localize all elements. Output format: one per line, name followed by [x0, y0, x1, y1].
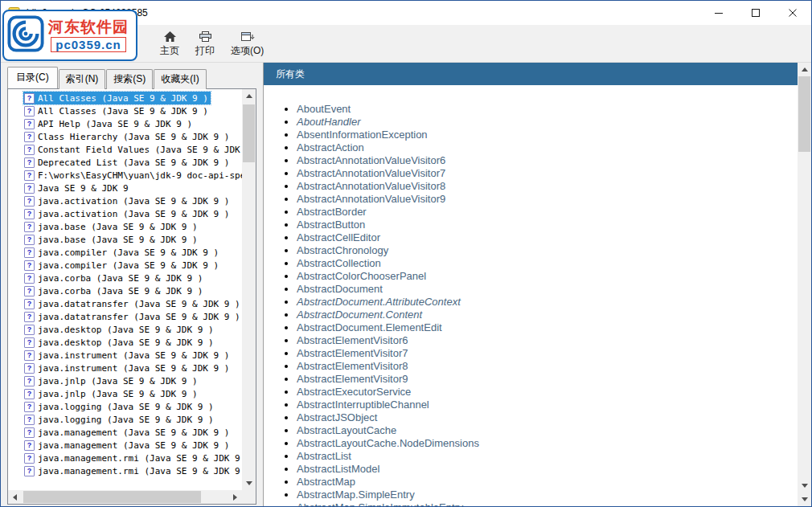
tree-item[interactable]: ?java.corba (Java SE 9 & JDK 9 ): [23, 284, 242, 297]
class-list-item: AbstractListModel: [297, 463, 798, 476]
tree-item[interactable]: ?java.activation (Java SE 9 & JDK 9 ): [23, 194, 242, 207]
topic-page-icon: ?: [24, 389, 35, 399]
tree-item[interactable]: ?java.datatransfer (Java SE 9 & JDK 9 ): [23, 297, 242, 310]
class-link[interactable]: AbsentInformationException: [297, 129, 428, 141]
tree-item[interactable]: ?java.base (Java SE 9 & JDK 9 ): [23, 220, 242, 233]
tab-favorites[interactable]: 收藏夹(I): [154, 69, 206, 89]
class-link[interactable]: AbstractCellEditor: [297, 231, 380, 243]
class-link[interactable]: AbstractElementVisitor8: [297, 360, 408, 372]
tree-item[interactable]: ?Java SE 9 & JDK 9: [23, 182, 242, 194]
tree-hscroll-track[interactable]: [22, 490, 228, 504]
class-link[interactable]: AbstractAnnotationValueVisitor7: [297, 167, 445, 179]
tree-item-label: java.desktop (Java SE 9 & JDK 9 ): [38, 337, 214, 348]
class-link[interactable]: AbstractAnnotationValueVisitor9: [297, 193, 445, 205]
tree-item[interactable]: ?All Classes (Java SE 9 & JDK 9 ): [23, 104, 242, 117]
class-link[interactable]: AbstractLayoutCache.NodeDimensions: [297, 437, 479, 449]
topic-page-icon: ?: [24, 350, 35, 361]
tree-item[interactable]: ?java.compiler (Java SE 9 & JDK 9 ): [23, 259, 242, 272]
tree-item[interactable]: ?java.desktop (Java SE 9 & JDK 9 ): [23, 323, 242, 336]
minimize-button[interactable]: [700, 1, 737, 25]
content-scroll-down-button[interactable]: [798, 479, 811, 493]
tree-hscroll-thumb[interactable]: [23, 491, 201, 503]
tree-item[interactable]: ?Deprecated List (Java SE 9 & JDK 9 ): [23, 156, 242, 169]
class-link[interactable]: AbstractDocument.Content: [297, 309, 422, 321]
tree-scroll-left-button[interactable]: [8, 490, 22, 504]
tree-item[interactable]: ?Class Hierarchy (Java SE 9 & JDK 9 ): [23, 130, 242, 143]
tree-item[interactable]: ?java.datatransfer (Java SE 9 & JDK 9 ): [23, 310, 242, 323]
tree-item[interactable]: ?java.activation (Java SE 9 & JDK 9 ): [23, 207, 242, 220]
tree-item[interactable]: ?java.management.rmi (Java SE 9 & JDK 9 …: [23, 464, 242, 477]
tab-index[interactable]: 索引(N): [59, 69, 106, 89]
maximize-button[interactable]: [737, 1, 774, 25]
tree-item[interactable]: ?F:\works\EasyCHM\yuan\jdk-9 doc-api-spe…: [23, 169, 242, 182]
tree-item[interactable]: ?java.corba (Java SE 9 & JDK 9 ): [23, 272, 242, 284]
topic-page-icon: ?: [24, 325, 35, 335]
tree-item[interactable]: ?java.base (Java SE 9 & JDK 9 ): [23, 233, 242, 246]
tree-item[interactable]: ?All Classes (Java SE 9 & JDK 9 ): [23, 92, 242, 104]
tree-item[interactable]: ?java.desktop (Java SE 9 & JDK 9 ): [23, 336, 242, 349]
class-link[interactable]: AbstractLayoutCache: [297, 424, 396, 436]
tree-item[interactable]: ?API Help (Java SE 9 & JDK 9 ): [23, 117, 242, 130]
class-link[interactable]: AbstractExecutorService: [297, 386, 411, 398]
tree-item-label: java.base (Java SE 9 & JDK 9 ): [38, 222, 198, 232]
class-link[interactable]: AboutEvent: [297, 103, 351, 115]
tree-scroll-up-button[interactable]: [242, 89, 256, 103]
class-link[interactable]: AbstractInterruptibleChannel: [297, 399, 429, 411]
class-link[interactable]: AbstractAnnotationValueVisitor6: [297, 154, 445, 166]
options-button[interactable]: 选项(O): [223, 28, 272, 59]
class-link[interactable]: AbstractChronology: [297, 244, 388, 256]
class-link[interactable]: AbstractDocument.ElementEdit: [297, 321, 442, 333]
tree-vscroll-track[interactable]: [242, 103, 256, 476]
tree-vertical-scrollbar[interactable]: [242, 89, 256, 490]
tab-search[interactable]: 搜索(S): [106, 69, 153, 89]
tree-vscroll-thumb[interactable]: [243, 104, 255, 162]
class-link[interactable]: AbstractJSObject: [297, 411, 377, 423]
tree-item[interactable]: ?java.management.rmi (Java SE 9 & JDK 9 …: [23, 452, 242, 464]
class-list-item: AboutEvent: [297, 103, 798, 116]
class-link[interactable]: AbstractListModel: [297, 463, 379, 475]
tree-item[interactable]: ?java.compiler (Java SE 9 & JDK 9 ): [23, 246, 242, 259]
close-button[interactable]: [774, 1, 811, 25]
content-vertical-scrollbar[interactable]: [798, 63, 811, 506]
class-link[interactable]: AbstractElementVisitor7: [297, 347, 408, 359]
class-link[interactable]: AbstractList: [297, 450, 351, 462]
tree-horizontal-scrollbar[interactable]: [8, 490, 242, 504]
tree-item[interactable]: ?java.jnlp (Java SE 9 & JDK 9 ): [23, 387, 242, 400]
tree-item[interactable]: ?java.logging (Java SE 9 & JDK 9 ): [23, 400, 242, 413]
class-link[interactable]: AboutHandler: [297, 116, 361, 128]
frame-scroll-down-button[interactable]: [798, 493, 811, 506]
tree-item[interactable]: ?java.jnlp (Java SE 9 & JDK 9 ): [23, 374, 242, 387]
class-link[interactable]: AbstractAction: [297, 141, 364, 153]
class-link[interactable]: AbstractMap.SimpleEntry: [297, 489, 415, 501]
class-link[interactable]: AbstractDocument.AttributeContext: [297, 296, 461, 308]
tree-item[interactable]: ?java.logging (Java SE 9 & JDK 9 ): [23, 413, 242, 426]
tree-scroll-down-button[interactable]: [242, 476, 256, 490]
class-link[interactable]: AbstractElementVisitor9: [297, 373, 408, 385]
class-list-item: AbstractDocument.AttributeContext: [297, 296, 798, 309]
content-vscroll-thumb[interactable]: [798, 76, 810, 152]
class-link[interactable]: AbstractMap: [297, 476, 355, 488]
content-scroll-up-button[interactable]: [798, 63, 811, 76]
print-button[interactable]: 打印: [187, 28, 223, 59]
class-link[interactable]: AbstractBorder: [297, 206, 367, 218]
class-link[interactable]: AbstractButton: [297, 219, 365, 231]
class-link[interactable]: AbstractCollection: [297, 257, 381, 269]
content-vscroll-track[interactable]: [798, 76, 811, 479]
tree-scroll-right-button[interactable]: [228, 490, 242, 504]
tree-item[interactable]: ?java.instrument (Java SE 9 & JDK 9 ): [23, 349, 242, 362]
tree-item[interactable]: ?Constant Field Values (Java SE 9 & JDK …: [23, 143, 242, 156]
home-button[interactable]: 主页: [152, 28, 187, 59]
class-link[interactable]: AbstractElementVisitor6: [297, 334, 408, 346]
class-link[interactable]: AbstractColorChooserPanel: [297, 270, 426, 282]
class-link[interactable]: AbstractDocument: [297, 283, 383, 295]
tab-contents[interactable]: 目录(C): [7, 67, 58, 88]
topic-page-icon: ?: [24, 170, 35, 181]
class-list-item: AbstractDocument: [297, 283, 798, 296]
class-link[interactable]: AbstractAnnotationValueVisitor8: [297, 180, 445, 192]
tree-item[interactable]: ?java.instrument (Java SE 9 & JDK 9 ): [23, 362, 242, 374]
contents-tree-panel: ?All Classes (Java SE 9 & JDK 9 )?All Cl…: [7, 88, 256, 505]
class-link[interactable]: AbstractMap.SimpleImmutableEntry: [297, 501, 463, 506]
tree-item[interactable]: ?java.management (Java SE 9 & JDK 9 ): [23, 426, 242, 439]
pc0359-watermark: 河东软件园 pc0359.cn: [2, 10, 137, 61]
tree-item[interactable]: ?java.management (Java SE 9 & JDK 9 ): [23, 439, 242, 452]
